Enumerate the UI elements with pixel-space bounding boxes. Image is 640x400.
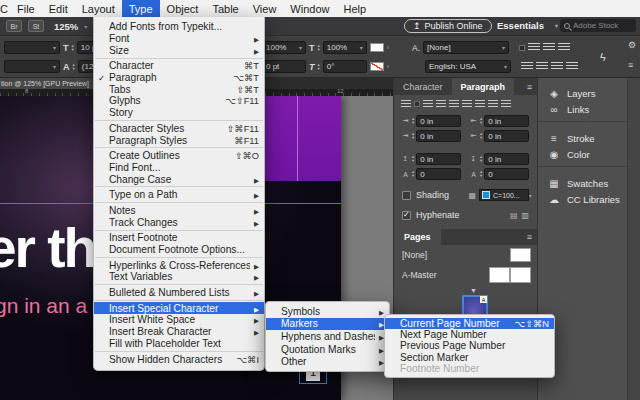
right-indent-field[interactable]: 0 in [484, 115, 529, 127]
first-line-indent-field[interactable]: 0 in [416, 130, 461, 142]
stock-button[interactable]: St [28, 20, 44, 32]
space-after-field[interactable]: 0 in [484, 153, 529, 165]
stroke-swatch[interactable] [370, 62, 384, 71]
menu-item-create-outlines[interactable]: Create Outlines⇧⌘O [94, 150, 264, 162]
menu-item-section-marker[interactable]: Section Marker [385, 352, 554, 363]
shading-color-select[interactable]: C=100... [479, 189, 529, 201]
menu-item-quotation-marks[interactable]: Quotation Marks [266, 343, 389, 356]
stepper-icon[interactable] [412, 132, 414, 139]
tab-paragraph[interactable]: Paragraph [452, 78, 515, 95]
space-before-field[interactable]: 0 in [416, 153, 461, 165]
drop-cap-lines-field[interactable]: 0 [416, 168, 461, 180]
tab-character[interactable]: Character [394, 78, 452, 95]
menu-item-paragraph-styles[interactable]: Paragraph Styles⌘F11 [94, 134, 264, 146]
shade-a-icon[interactable] [510, 211, 518, 220]
shading-checkbox[interactable] [402, 191, 411, 200]
stepper-icon[interactable] [480, 170, 482, 177]
menu-item-hyperlinks-cross-references[interactable]: Hyperlinks & Cross-References [94, 259, 264, 271]
menu-table[interactable]: Table [205, 0, 245, 17]
stepper-icon[interactable] [412, 170, 414, 177]
menu-item-show-hidden-characters[interactable]: Show Hidden Characters⌥⌘I [94, 353, 264, 365]
menu-window[interactable]: Window [283, 0, 336, 17]
menu-item-symbols[interactable]: Symbols [266, 305, 389, 318]
horizontal-scale-field[interactable]: 100% [323, 41, 367, 54]
zoom-level[interactable]: 125% [54, 21, 78, 32]
menu-item-insert-white-space[interactable]: Insert White Space [94, 314, 264, 326]
menu-item-text-variables[interactable]: Text Variables [94, 271, 264, 283]
align-center-icon[interactable] [528, 43, 540, 52]
justify-left-icon[interactable] [436, 100, 446, 108]
menu-item-track-changes[interactable]: Track Changes [94, 216, 264, 228]
vertical-scale-field[interactable]: 100% [262, 41, 306, 54]
master-none-thumbnail[interactable] [510, 248, 531, 262]
justify-left-icon[interactable] [521, 62, 533, 71]
master-none-row[interactable]: [None] [394, 245, 537, 264]
align-center-active[interactable] [414, 101, 420, 107]
menu-view[interactable]: View [246, 0, 284, 17]
stepper-icon[interactable] [72, 44, 74, 51]
document-tab[interactable]: tion @ 125% [GPU Preview] [0, 78, 93, 89]
menu-file[interactable]: File [10, 0, 42, 17]
align-towards-spine-icon[interactable] [488, 100, 498, 108]
chevron-down-icon[interactable] [84, 23, 87, 30]
menu-item-markers[interactable]: Markers [266, 318, 389, 331]
dock-item-stroke[interactable]: Stroke [538, 130, 640, 146]
menu-item-fill-with-placeholder-text[interactable]: Fill with Placeholder Text [94, 338, 264, 350]
dock-item-swatches[interactable]: Swatches [538, 175, 640, 191]
dock-item-links[interactable]: Links [538, 101, 640, 117]
headline-text[interactable]: er th [0, 216, 95, 280]
justify-center-icon[interactable] [536, 62, 548, 71]
last-line-indent-field[interactable]: 0 in [484, 130, 529, 142]
align-right-icon[interactable] [423, 100, 433, 108]
menu-item-type-on-a-path[interactable]: Type on a Path [94, 189, 264, 201]
stepper-icon[interactable] [318, 63, 320, 70]
align-right-icon[interactable] [543, 43, 555, 52]
menu-layout[interactable]: Layout [75, 0, 122, 17]
publish-online-button[interactable]: Publish Online [404, 19, 492, 33]
font-style-select[interactable] [4, 41, 60, 54]
justify-center-icon[interactable] [449, 100, 459, 108]
stepper-icon[interactable] [73, 63, 75, 70]
gear-icon[interactable] [628, 40, 636, 50]
purple-banner-block[interactable] [262, 96, 341, 181]
menu-item-hyphens-and-dashes[interactable]: Hyphens and Dashes [266, 330, 389, 343]
menu-object[interactable]: Object [160, 0, 206, 17]
menu-item-current-page-number[interactable]: Current Page Number⌥⇧⌘N [385, 318, 554, 329]
justify-icon[interactable] [558, 43, 570, 52]
dock-item-layers[interactable]: Layers [538, 85, 640, 101]
search-input[interactable] [573, 21, 629, 30]
menu-item-insert-special-character[interactable]: Insert Special Character [94, 302, 264, 314]
menu-item-change-case[interactable]: Change Case [94, 173, 264, 185]
menu-help[interactable]: Help [336, 0, 373, 17]
master-a-row[interactable]: A-Master [394, 264, 537, 285]
panel-menu-icon[interactable] [527, 78, 532, 95]
menu-item-find-font[interactable]: Find Font... [94, 162, 264, 174]
font-variant-select[interactable] [4, 60, 60, 73]
menu-type[interactable]: Type [122, 0, 160, 17]
menu-item-other[interactable]: Other [266, 355, 389, 368]
bridge-button[interactable]: Br [6, 20, 22, 32]
hyphenate-checkbox[interactable] [402, 211, 411, 220]
stepper-icon[interactable] [412, 155, 414, 162]
menu-item-add-fonts-from-typekit[interactable]: Add Fonts from Typekit... [94, 21, 264, 33]
justify-right-icon[interactable] [551, 62, 563, 71]
shade-b-icon[interactable] [521, 211, 529, 220]
char-style-select[interactable]: [None] [423, 41, 509, 54]
align-active-box[interactable] [519, 45, 525, 51]
swatch-arrow-icon[interactable]: › [387, 63, 389, 70]
menu-item-font[interactable]: Font [94, 33, 264, 45]
menu-item-tabs[interactable]: Tabs⇧⌘T [94, 83, 264, 95]
menu-app-partial[interactable]: C [0, 0, 10, 17]
stepper-icon[interactable] [480, 117, 482, 124]
justify-all-icon[interactable] [566, 62, 578, 71]
stepper-icon[interactable] [412, 117, 414, 124]
menu-edit[interactable]: Edit [42, 0, 75, 17]
align-away-spine-icon[interactable] [501, 100, 511, 108]
master-a-thumbnail[interactable] [489, 267, 531, 283]
menu-item-document-footnote-options[interactable]: Document Footnote Options... [94, 244, 264, 256]
dock-item-color[interactable]: Color [538, 146, 640, 162]
menu-item-insert-break-character[interactable]: Insert Break Character [94, 326, 264, 338]
baseline-shift-field[interactable]: 0 pt [262, 60, 306, 73]
menu-item-glyphs[interactable]: Glyphs⌥⇧F11 [94, 95, 264, 107]
menu-item-size[interactable]: Size [94, 44, 264, 56]
